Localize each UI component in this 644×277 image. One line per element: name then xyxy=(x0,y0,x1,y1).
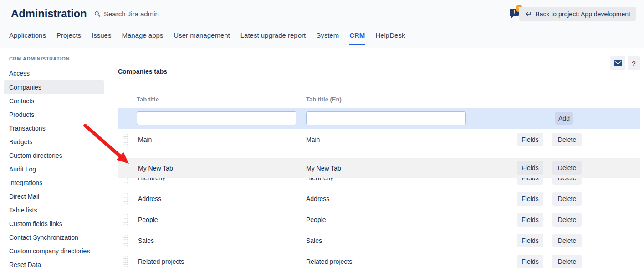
column-header-tab-title: Tab title xyxy=(137,96,159,103)
tab-title-cell: People xyxy=(138,209,158,230)
delete-button[interactable]: Delete xyxy=(552,133,582,146)
delete-button[interactable]: Delete xyxy=(552,161,582,175)
sidebar-item[interactable]: Audit Log xyxy=(0,162,109,176)
page-title: Administration xyxy=(11,7,87,20)
delete-button[interactable]: Delete xyxy=(552,192,582,206)
fields-button[interactable]: Fields xyxy=(517,133,543,146)
column-header-tab-title-en: Tab title (En) xyxy=(306,96,342,103)
nav-tab[interactable]: Projects xyxy=(56,31,81,45)
drag-handle-icon[interactable] xyxy=(122,214,128,226)
sidebar-heading: CRM ADMINISTRATION xyxy=(9,56,109,61)
tab-title-cell: My New Tab xyxy=(138,158,173,178)
table-row: People People Fields Delete xyxy=(118,209,640,230)
nav-tab-label: Manage apps xyxy=(122,31,163,39)
sidebar-item-label: Products xyxy=(9,111,34,118)
sidebar-item[interactable]: Reset Data xyxy=(0,258,109,272)
sidebar-item[interactable]: Custom fields links xyxy=(0,217,109,231)
sidebar-item[interactable]: Transactions xyxy=(0,121,109,135)
sidebar-item[interactable]: Budgets xyxy=(0,135,109,149)
sidebar-item-label: Custom directories xyxy=(9,152,62,159)
table-row: Related projects Related projects Fields… xyxy=(118,251,640,272)
delete-button[interactable]: Delete xyxy=(552,234,582,247)
top-bar: Administration Search Jira admin ! 1 Bac… xyxy=(0,0,644,48)
tab-title-en-cell: Main xyxy=(306,129,320,150)
fields-button[interactable]: Fields xyxy=(517,234,543,247)
nav-tab-label: HelpDesk xyxy=(375,31,405,39)
table-row: Sales Sales Fields Delete xyxy=(118,230,640,251)
tab-title-cell: Address xyxy=(138,188,161,209)
sidebar-item[interactable]: Integrations xyxy=(0,176,109,190)
search-input[interactable]: Search Jira admin xyxy=(94,10,159,18)
delete-button[interactable]: Delete xyxy=(552,255,582,268)
tab-title-en-cell: Sales xyxy=(306,230,322,251)
sidebar-item-label: Custom fields links xyxy=(9,220,62,227)
sidebar-item-label: Access xyxy=(9,70,30,77)
delete-button[interactable]: Delete xyxy=(552,213,582,227)
tab-title-en-input[interactable] xyxy=(306,111,466,125)
nav-tab[interactable]: Issues xyxy=(92,31,111,45)
tab-title-cell: Main xyxy=(138,129,152,150)
nav-tab[interactable]: Manage apps xyxy=(122,31,163,45)
tab-title-cell: Related projects xyxy=(138,251,184,272)
sidebar-item[interactable]: Custom directories xyxy=(0,149,109,162)
section-heading: Companies tabs xyxy=(118,68,167,75)
add-tab-row: Add xyxy=(118,108,640,129)
sidebar-item-label: Transactions xyxy=(9,125,46,132)
back-to-project-button[interactable]: Back to project: App development xyxy=(519,7,636,21)
nav-tab-label: Projects xyxy=(56,31,81,39)
help-label: ? xyxy=(632,60,635,67)
nav-tab[interactable]: Applications xyxy=(9,31,46,45)
return-arrow-icon xyxy=(525,11,532,17)
sidebar-item[interactable]: Access xyxy=(0,66,109,80)
sidebar-item[interactable]: Table lists xyxy=(0,203,109,217)
sidebar-item-label: Budgets xyxy=(9,138,32,146)
drag-handle-icon[interactable] xyxy=(122,256,128,267)
sidebar-item[interactable]: Contacts xyxy=(0,94,109,108)
dragged-row[interactable]: My New Tab My New Tab Fields Delete xyxy=(118,158,640,178)
add-button[interactable]: Add xyxy=(555,112,573,125)
notification-bubble-tail xyxy=(511,16,514,19)
sidebar-item-label: Integrations xyxy=(9,179,42,186)
nav-tab[interactable]: HelpDesk xyxy=(375,31,405,45)
fields-button[interactable]: Fields xyxy=(517,192,543,206)
nav-tab-label: Latest upgrade report xyxy=(240,31,306,39)
mail-button[interactable] xyxy=(610,56,625,70)
sidebar-item[interactable]: Products xyxy=(0,108,109,121)
sidebar-item[interactable]: Companies xyxy=(4,80,104,94)
nav-tab[interactable]: User management xyxy=(174,31,230,45)
nav-tab[interactable]: Latest upgrade report xyxy=(240,31,306,45)
search-icon xyxy=(94,11,101,17)
nav-tab-label: CRM xyxy=(349,31,365,39)
nav-tab-label: Issues xyxy=(92,31,111,39)
sidebar-item-label: Contacts xyxy=(9,97,34,105)
fields-button[interactable]: Fields xyxy=(517,161,543,175)
sidebar-item-list: Access Companies Contacts Products Trans… xyxy=(0,66,109,272)
tabs-table: Main Main Fields Delete Hierarchy Hierar… xyxy=(118,129,640,272)
drag-handle-icon[interactable] xyxy=(122,235,128,247)
fields-button[interactable]: Fields xyxy=(517,213,543,227)
crm-admin-sidebar: CRM ADMINISTRATION Access Companies Cont… xyxy=(0,48,109,277)
help-button[interactable]: ? xyxy=(628,56,640,70)
sidebar-item-label: Reset Data xyxy=(9,261,41,268)
tab-title-input[interactable] xyxy=(137,111,296,125)
sidebar-item-label: Direct Mail xyxy=(9,193,39,200)
back-button-label: Back to project: App development xyxy=(535,10,630,18)
sidebar-item[interactable]: Direct Mail xyxy=(0,190,109,203)
sidebar-item[interactable]: Contact Synchronization xyxy=(0,231,109,244)
sidebar-item-label: Contact Synchronization xyxy=(9,234,78,241)
nav-tab-label: Applications xyxy=(9,31,46,39)
nav-tab[interactable]: System xyxy=(316,31,339,45)
table-row: Address Address Fields Delete xyxy=(118,188,640,209)
drag-handle-icon[interactable] xyxy=(122,134,128,146)
fields-button[interactable]: Fields xyxy=(517,255,543,268)
administration-page: Administration Search Jira admin ! 1 Bac… xyxy=(0,0,644,277)
drag-handle-icon[interactable] xyxy=(122,193,128,205)
nav-tab[interactable]: CRM xyxy=(349,31,365,45)
admin-nav-tabs: Applications Projects Issues Manage apps… xyxy=(9,31,405,45)
tab-title-en-cell: My New Tab xyxy=(306,158,341,178)
notifications-button[interactable]: ! 1 xyxy=(510,7,521,18)
table-row: Main Main Fields Delete xyxy=(118,129,640,150)
nav-tab-label: System xyxy=(316,31,339,39)
sidebar-item[interactable]: Custom company directories xyxy=(0,244,109,258)
heading-divider xyxy=(118,82,640,82)
